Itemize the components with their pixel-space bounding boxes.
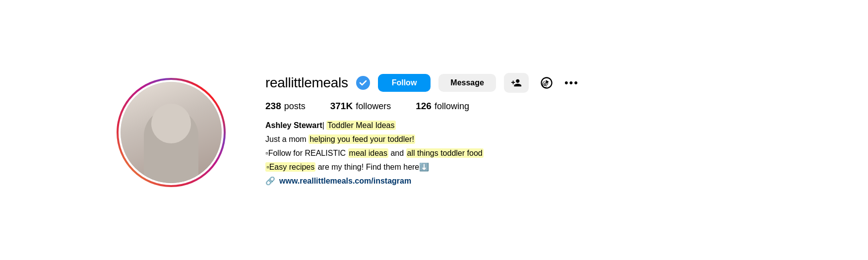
threads-button[interactable]: @ [537,73,557,93]
followers-stat: 371K followers [330,101,391,112]
followers-count: 371K [330,101,353,112]
posts-count: 238 [265,101,281,112]
avatar-inner [119,80,224,185]
profile-info: reallittlemeals Follow Message @ [265,73,751,187]
bio-line2-highlight1: meal ideas [348,148,388,158]
bio-link-text: www.reallittlemeals.com/instagram [279,175,411,187]
verified-badge-icon [356,76,370,90]
bio-line3-highlight: ▫Easy recipes [265,162,315,172]
bio-line2-highlight2: all things toddler food [406,148,484,158]
bio-line1-highlight: helping you feed your toddler! [309,134,415,144]
message-button[interactable]: Message [438,74,496,92]
bio-link[interactable]: 🔗 www.reallittlemeals.com/instagram [265,175,751,187]
bio-line-2: ▫Follow for REALISTIC meal ideas and all… [265,147,751,159]
bio-line1-plain: Just a mom [265,135,309,143]
followers-label: followers [356,101,391,112]
posts-stat: 238 posts [265,101,306,112]
more-button[interactable]: ••• [564,76,579,89]
bio-line-3: ▫Easy recipes are my thing! Find them he… [265,161,751,173]
svg-text:@: @ [542,80,549,87]
add-person-button[interactable] [504,73,529,93]
username: reallittlemeals [265,75,348,91]
stats-row: 238 posts 371K followers 126 following [265,101,751,112]
avatar [121,82,222,183]
profile-container: reallittlemeals Follow Message @ [87,53,781,207]
more-icon: ••• [564,76,579,89]
bio-line2-prefix: ▫Follow for REALISTIC [265,149,348,157]
avatar-ring [117,78,226,187]
add-person-icon [511,77,522,88]
bio-line-name: Ashley Stewart| Toddler Meal Ideas [265,120,751,131]
following-count: 126 [416,101,432,112]
posts-label: posts [284,101,306,112]
bio-line-1: Just a mom helping you feed your toddler… [265,133,751,145]
bio-line2-middle: and [388,149,406,157]
threads-icon: @ [540,76,554,90]
following-label: following [434,101,469,112]
link-icon: 🔗 [265,175,275,187]
bio-name: Ashley Stewart [265,121,322,130]
bio-line3-plain: are my thing! Find them here⬇️ [315,163,429,171]
follow-button[interactable]: Follow [378,74,431,92]
svg-point-0 [356,76,370,90]
bio-section: Ashley Stewart| Toddler Meal Ideas Just … [265,120,751,187]
username-row: reallittlemeals Follow Message @ [265,73,751,93]
bio-highlighted-title: Toddler Meal Ideas [326,121,395,130]
following-stat: 126 following [416,101,469,112]
